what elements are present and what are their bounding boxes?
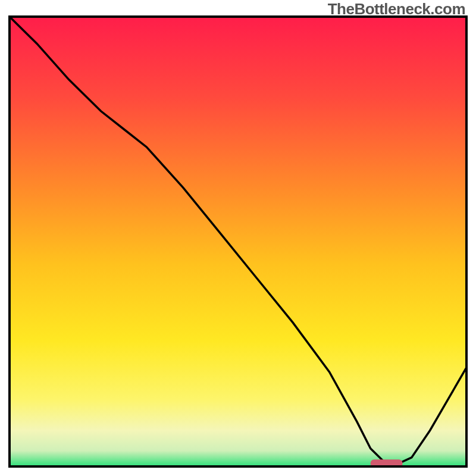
- watermark-text: TheBottleneck.com: [328, 0, 465, 18]
- bottleneck-plot: [0, 0, 476, 476]
- chart-frame: TheBottleneck.com: [0, 0, 476, 476]
- gradient-background: [10, 17, 466, 466]
